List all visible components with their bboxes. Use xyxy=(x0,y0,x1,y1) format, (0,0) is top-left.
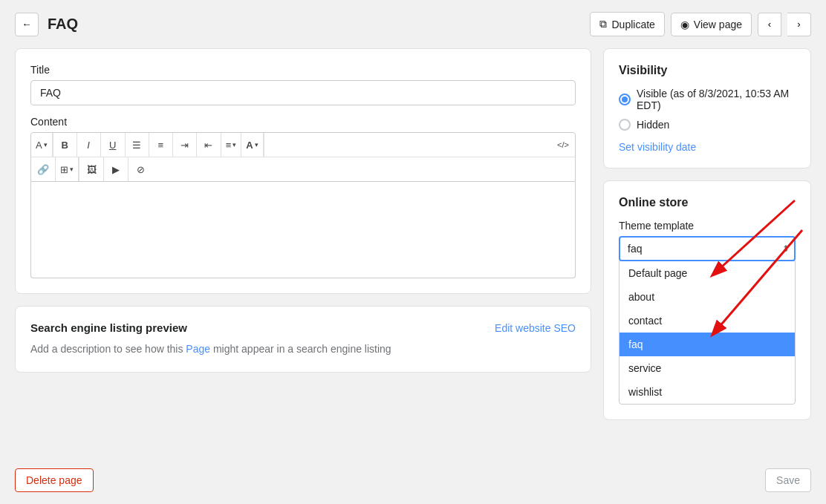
back-button[interactable]: ← xyxy=(15,13,39,36)
bold-button[interactable]: B xyxy=(53,133,77,157)
special-char-button[interactable]: ⊘ xyxy=(129,157,152,181)
edit-seo-link[interactable]: Edit website SEO xyxy=(495,322,576,334)
visible-label: Visible (as of 8/3/2021, 10:53 AM EDT) xyxy=(637,88,796,111)
back-icon: ← xyxy=(22,19,31,30)
delete-page-button[interactable]: Delete page xyxy=(15,468,94,492)
font-color-button[interactable]: A ▾ xyxy=(241,133,263,157)
seo-card: Search engine listing preview Edit websi… xyxy=(15,306,591,373)
outdent-button[interactable]: ⇤ xyxy=(197,133,221,157)
hidden-label: Hidden xyxy=(637,119,669,131)
special-char-icon: ⊘ xyxy=(137,164,145,175)
chevron-left-icon: ‹ xyxy=(768,19,771,30)
theme-template-select[interactable]: Default page about contact faq service w… xyxy=(619,236,796,261)
dropdown-item-wishlist[interactable]: wishlist xyxy=(620,380,795,404)
indent-icon: ⇥ xyxy=(181,140,189,151)
italic-button[interactable]: I xyxy=(77,133,101,157)
link-icon: 🔗 xyxy=(37,164,49,175)
visibility-radio-group: Visible (as of 8/3/2021, 10:53 AM EDT) H… xyxy=(619,88,796,131)
format-icon: A xyxy=(36,140,42,151)
duplicate-icon: ⧉ xyxy=(599,18,607,30)
prev-page-button[interactable]: ‹ xyxy=(758,13,781,36)
list-unordered-icon: ☰ xyxy=(132,140,141,151)
dropdown-item-default[interactable]: Default page xyxy=(620,261,795,285)
table-icon: ⊞ xyxy=(60,164,68,175)
dropdown-item-service[interactable]: service xyxy=(620,356,795,380)
seo-title: Search engine listing preview xyxy=(30,321,187,334)
underline-icon: U xyxy=(109,140,116,151)
bold-icon: B xyxy=(61,140,68,151)
video-icon: ▶ xyxy=(112,164,120,175)
visibility-card: Visibility Visible (as of 8/3/2021, 10:5… xyxy=(603,48,811,168)
online-store-title: Online store xyxy=(619,196,796,209)
italic-icon: I xyxy=(87,140,90,151)
format-button[interactable]: A ▾ xyxy=(31,133,53,157)
dropdown-list: Default page about contact faq service w… xyxy=(619,261,796,405)
seo-description: Add a description to see how this Page m… xyxy=(30,341,576,357)
list-ordered-button[interactable]: ≡ xyxy=(149,133,173,157)
table-button[interactable]: ⊞ ▾ xyxy=(56,157,79,181)
dropdown-item-contact[interactable]: contact xyxy=(620,309,795,333)
underline-button[interactable]: U xyxy=(101,133,125,157)
online-store-card: Online store Theme template Default page… xyxy=(603,180,811,420)
next-page-button[interactable]: › xyxy=(787,13,811,36)
align-dropdown-icon: ▾ xyxy=(232,141,236,148)
font-color-icon: A xyxy=(246,140,253,151)
visible-radio[interactable] xyxy=(619,94,631,105)
indent-button[interactable]: ⇥ xyxy=(173,133,197,157)
title-input[interactable] xyxy=(30,80,576,105)
content-label: Content xyxy=(30,116,576,128)
list-ordered-icon: ≡ xyxy=(157,140,163,151)
set-visibility-date-link[interactable]: Set visibility date xyxy=(619,141,696,153)
theme-template-label: Theme template xyxy=(619,220,796,232)
link-button[interactable]: 🔗 xyxy=(31,157,55,181)
table-dropdown-icon: ▾ xyxy=(70,166,74,173)
visibility-title: Visibility xyxy=(619,64,796,77)
font-color-dropdown-icon: ▾ xyxy=(255,141,258,148)
chevron-right-icon: › xyxy=(797,19,800,30)
visible-option[interactable]: Visible (as of 8/3/2021, 10:53 AM EDT) xyxy=(619,88,796,111)
theme-template-select-wrapper: Default page about contact faq service w… xyxy=(619,236,796,261)
eye-icon: ◉ xyxy=(680,19,689,30)
title-label: Title xyxy=(30,64,576,76)
hidden-radio[interactable] xyxy=(619,119,631,131)
content-editor[interactable] xyxy=(30,182,576,278)
source-button[interactable]: </> xyxy=(551,133,575,157)
dropdown-item-about[interactable]: about xyxy=(620,285,795,309)
save-button[interactable]: Save xyxy=(765,468,811,492)
view-page-button[interactable]: ◉ View page xyxy=(671,13,752,36)
image-button[interactable]: 🖼 xyxy=(79,157,103,181)
image-icon: 🖼 xyxy=(87,164,97,175)
outdent-icon: ⇤ xyxy=(204,140,212,151)
page-title: FAQ xyxy=(48,16,78,33)
hidden-option[interactable]: Hidden xyxy=(619,119,796,131)
video-button[interactable]: ▶ xyxy=(104,157,128,181)
format-dropdown-icon: ▾ xyxy=(44,141,48,148)
list-unordered-button[interactable]: ☰ xyxy=(126,133,149,157)
source-icon: </> xyxy=(557,140,569,149)
duplicate-button[interactable]: ⧉ Duplicate xyxy=(590,12,664,36)
dropdown-item-faq[interactable]: faq xyxy=(620,333,795,356)
align-button[interactable]: ≡ ▾ xyxy=(221,133,242,157)
align-icon: ≡ xyxy=(226,140,232,151)
